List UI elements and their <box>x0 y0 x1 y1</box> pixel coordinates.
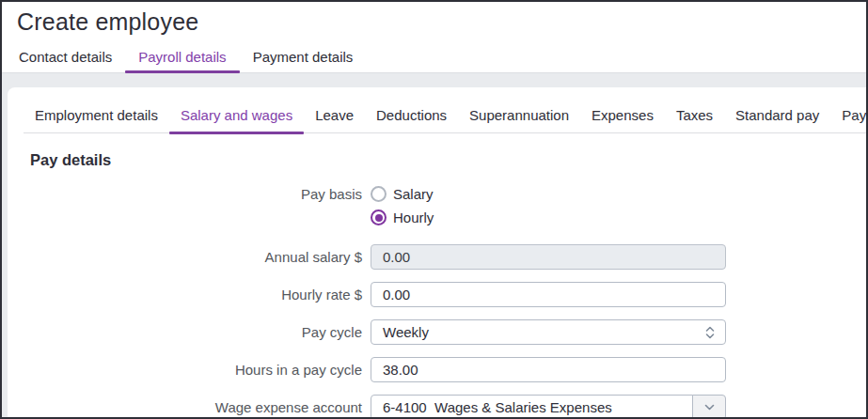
wage-expense-account-dropdown-button[interactable] <box>692 395 726 419</box>
content-area: Employment details Salary and wages Leav… <box>2 73 866 419</box>
form-row-pay-cycle: Pay cycle Weekly <box>8 319 866 345</box>
radio-hourly-label: Hourly <box>393 210 434 225</box>
tab-payment-details[interactable]: Payment details <box>240 43 367 72</box>
wage-expense-account-combobox <box>371 395 726 419</box>
pay-basis-radio-group: Salary Hourly <box>371 185 726 225</box>
hourly-rate-input[interactable] <box>371 282 726 307</box>
radio-salary-label: Salary <box>393 186 434 202</box>
subtab-salary-and-wages[interactable]: Salary and wages <box>169 101 304 132</box>
pay-cycle-label: Pay cycle <box>8 323 371 342</box>
form-row-annual-salary: Annual salary $ <box>8 244 866 270</box>
annual-salary-label: Annual salary $ <box>8 248 371 267</box>
select-updown-chevrons-icon <box>704 325 716 340</box>
spacer <box>8 238 866 244</box>
subtab-expenses[interactable]: Expenses <box>580 101 665 132</box>
pay-basis-label: Pay basis <box>8 185 371 204</box>
wage-expense-account-label: Wage expense account <box>8 398 371 417</box>
subtab-taxes[interactable]: Taxes <box>665 101 724 132</box>
payroll-details-card: Employment details Salary and wages Leav… <box>8 87 866 419</box>
subtab-superannuation[interactable]: Superannuation <box>458 101 580 132</box>
subtab-standard-pay[interactable]: Standard pay <box>724 101 830 132</box>
subtab-leave[interactable]: Leave <box>304 101 365 132</box>
wage-expense-account-input[interactable] <box>371 395 693 419</box>
section-heading-pay-details: Pay details <box>30 151 866 169</box>
page-header: Create employee Contact details Payroll … <box>2 2 866 73</box>
chevron-down-icon <box>703 403 716 411</box>
radio-hourly-icon[interactable] <box>371 210 387 225</box>
hours-in-pay-cycle-label: Hours in a pay cycle <box>8 361 371 380</box>
tab-payroll-details[interactable]: Payroll details <box>125 43 239 72</box>
subtab-employment-details[interactable]: Employment details <box>24 101 169 132</box>
radio-option-hourly[interactable]: Hourly <box>371 210 726 225</box>
subtab-pay-history[interactable]: Pay history <box>830 101 866 132</box>
main-tab-bar: Contact details Payroll details Payment … <box>2 38 866 72</box>
annual-salary-input <box>371 244 726 270</box>
tab-contact-details[interactable]: Contact details <box>6 43 125 72</box>
sub-tab-bar: Employment details Salary and wages Leav… <box>24 93 866 133</box>
form-row-hourly-rate: Hourly rate $ <box>8 282 866 307</box>
radio-option-salary[interactable]: Salary <box>371 186 726 202</box>
hourly-rate-label: Hourly rate $ <box>8 286 371 304</box>
form-row-wage-expense-account: Wage expense account <box>8 395 866 419</box>
pay-details-form: Pay basis Salary Hourly Annual salary $ <box>8 185 866 419</box>
radio-salary-icon[interactable] <box>371 186 387 202</box>
hours-in-pay-cycle-input[interactable] <box>371 357 726 382</box>
pay-cycle-selected-value: Weekly <box>383 324 429 340</box>
subtab-deductions[interactable]: Deductions <box>365 101 458 132</box>
pay-cycle-select[interactable]: Weekly <box>371 319 726 345</box>
form-row-pay-basis: Pay basis Salary Hourly <box>8 185 866 225</box>
form-row-hours-in-pay-cycle: Hours in a pay cycle <box>8 357 866 382</box>
page-title: Create employee <box>2 2 866 38</box>
